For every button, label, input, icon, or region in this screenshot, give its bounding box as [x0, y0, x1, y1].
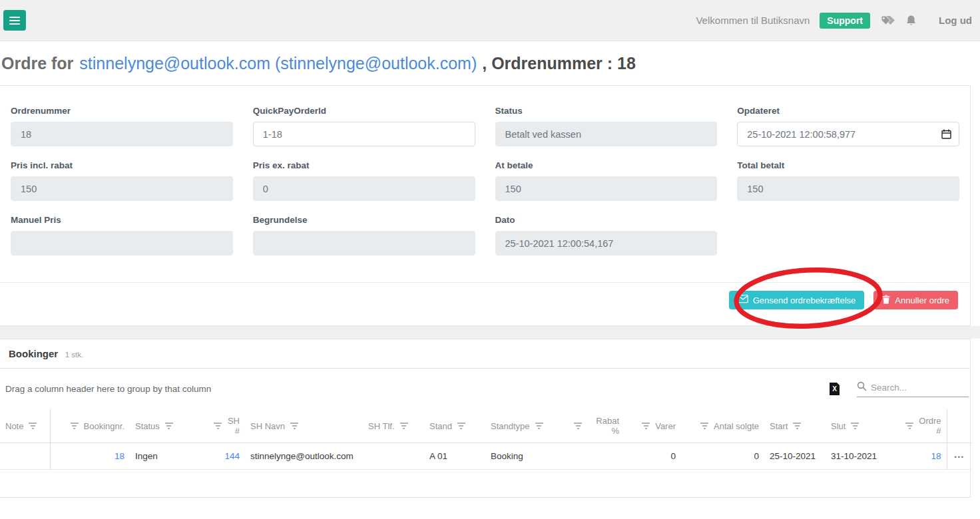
- column-header-start[interactable]: Start: [764, 409, 826, 443]
- field-status: Status: [495, 106, 718, 146]
- search-icon: [857, 381, 867, 394]
- envelope-icon: [738, 295, 748, 305]
- begrundelse-input: [253, 231, 475, 256]
- booking-number-link[interactable]: 18: [115, 451, 124, 461]
- customer-email-link[interactable]: stinnelynge@outlook.com (stinnelynge@out…: [79, 54, 477, 73]
- cell-stand: A 01: [424, 443, 485, 470]
- page-title: Ordre for stinnelynge@outlook.com (stinn…: [0, 41, 980, 85]
- sh-number-link[interactable]: 144: [224, 451, 240, 461]
- field-opdateret: Opdateret: [737, 106, 959, 146]
- table-row: 18 Ingen 144 stinnelynge@outlook.com A 0…: [0, 443, 972, 470]
- row-actions-button[interactable]: •••: [955, 454, 965, 460]
- field-at-betale: At betale: [495, 160, 718, 201]
- column-header-sh-navn[interactable]: SH Navn: [245, 409, 363, 443]
- cell-varer: 0: [624, 443, 681, 470]
- column-header-standtype[interactable]: Standtype: [485, 409, 568, 443]
- filter-icon[interactable]: [213, 423, 222, 429]
- order-form-panel: Ordrenummer QuickPayOrderId Status Opdat…: [0, 85, 971, 326]
- filter-icon[interactable]: [399, 423, 409, 429]
- filter-icon[interactable]: [850, 423, 859, 429]
- cell-rabat: [568, 443, 624, 470]
- ordrenummer-input: [11, 122, 233, 146]
- cell-standtype: Booking: [485, 443, 568, 470]
- excel-export-button[interactable]: X: [830, 383, 840, 395]
- topbar: Velkommen til Butiksnavn Support Log ud: [0, 0, 980, 41]
- bell-icon[interactable]: [905, 15, 917, 27]
- order-number-text: , Ordrenummer : 18: [482, 54, 636, 73]
- pris-ex-rabat-input: [253, 176, 475, 201]
- column-header-sh-tlf[interactable]: SH Tlf.: [363, 409, 424, 443]
- opdateret-input[interactable]: [737, 122, 959, 146]
- field-manuel-pris: Manuel Pris: [11, 215, 233, 256]
- section-gap: [0, 326, 980, 339]
- bookings-table: Note Bookingnr. Status SH # SH Navn SH T…: [0, 409, 972, 470]
- pris-incl-rabat-input: [11, 176, 233, 201]
- cell-sh-tlf: [363, 443, 424, 470]
- bookings-panel: Bookinger 1 stk. Drag a column header he…: [0, 339, 971, 498]
- manuel-pris-input: [11, 231, 233, 256]
- table-empty-space: [0, 470, 970, 497]
- cell-sh-navn: stinnelynge@outlook.com: [245, 443, 363, 470]
- support-button[interactable]: Support: [820, 13, 870, 29]
- field-pris-ex-rabat: Pris ex. rabat: [253, 160, 475, 201]
- trash-icon: [882, 295, 890, 306]
- column-header-bookingnr[interactable]: Bookingnr.: [50, 409, 130, 443]
- filter-icon[interactable]: [70, 423, 79, 429]
- welcome-text: Velkommen til Butiksnavn: [696, 15, 810, 26]
- field-pris-incl-rabat: Pris incl. rabat: [11, 160, 233, 201]
- filter-icon[interactable]: [573, 423, 583, 429]
- status-input: [495, 122, 718, 146]
- column-header-varer[interactable]: Varer: [624, 409, 681, 443]
- filter-icon[interactable]: [535, 423, 544, 429]
- filter-icon[interactable]: [905, 423, 914, 429]
- filter-icon[interactable]: [164, 423, 174, 429]
- order-number-link[interactable]: 18: [931, 451, 941, 461]
- bookings-title: Bookinger: [9, 348, 58, 359]
- cell-start: 25-10-2021: [764, 443, 826, 470]
- field-dato: Dato: [495, 215, 718, 256]
- filter-icon[interactable]: [641, 423, 650, 429]
- search-box: [857, 381, 969, 397]
- field-begrundelse: Begrundelse: [253, 215, 475, 256]
- column-header-slut[interactable]: Slut: [826, 409, 900, 443]
- group-panel-hint: Drag a column header here to group by th…: [5, 384, 211, 394]
- filter-icon[interactable]: [457, 423, 466, 429]
- hamburger-icon: [9, 17, 20, 18]
- search-input[interactable]: [871, 383, 969, 393]
- column-header-sh-nr[interactable]: SH #: [208, 409, 245, 443]
- cell-status: Ingen: [130, 443, 208, 470]
- filter-icon[interactable]: [28, 423, 37, 429]
- resend-order-confirmation-button[interactable]: Gensend ordrebekræftelse: [729, 291, 865, 309]
- field-quickpayorderid: QuickPayOrderId: [253, 106, 475, 146]
- column-header-stand[interactable]: Stand: [424, 409, 485, 443]
- field-ordrenummer: Ordrenummer: [11, 106, 233, 146]
- calendar-icon[interactable]: [941, 129, 951, 142]
- table-header-row: Note Bookingnr. Status SH # SH Navn SH T…: [0, 409, 972, 443]
- filter-icon[interactable]: [792, 423, 802, 429]
- column-header-ordre-nr[interactable]: Ordre #: [900, 409, 947, 443]
- cancel-order-button[interactable]: Annuller ordre: [873, 291, 958, 309]
- page-title-prefix: Ordre for: [1, 54, 73, 73]
- column-header-actions: [947, 409, 972, 443]
- dato-input: [495, 231, 718, 256]
- field-total-betalt: Total betalt: [737, 160, 959, 201]
- logout-link[interactable]: Log ud: [939, 15, 972, 26]
- quickpayorderid-input[interactable]: [253, 122, 475, 146]
- cell-slut: 31-10-2021: [826, 443, 900, 470]
- bookings-count: 1 stk.: [65, 351, 83, 359]
- column-header-status[interactable]: Status: [130, 409, 208, 443]
- cell-antal-solgte: 0: [681, 443, 764, 470]
- cell-note: [0, 443, 50, 470]
- column-header-note[interactable]: Note: [0, 409, 50, 443]
- column-header-rabat[interactable]: Rabat %: [568, 409, 624, 443]
- filter-icon[interactable]: [290, 423, 299, 429]
- column-header-antal-solgte[interactable]: Antal solgte: [681, 409, 764, 443]
- menu-button[interactable]: [3, 10, 26, 31]
- total-betalt-input: [737, 176, 959, 201]
- at-betale-input: [495, 176, 718, 201]
- filter-icon[interactable]: [700, 423, 709, 429]
- tags-icon[interactable]: [880, 15, 895, 26]
